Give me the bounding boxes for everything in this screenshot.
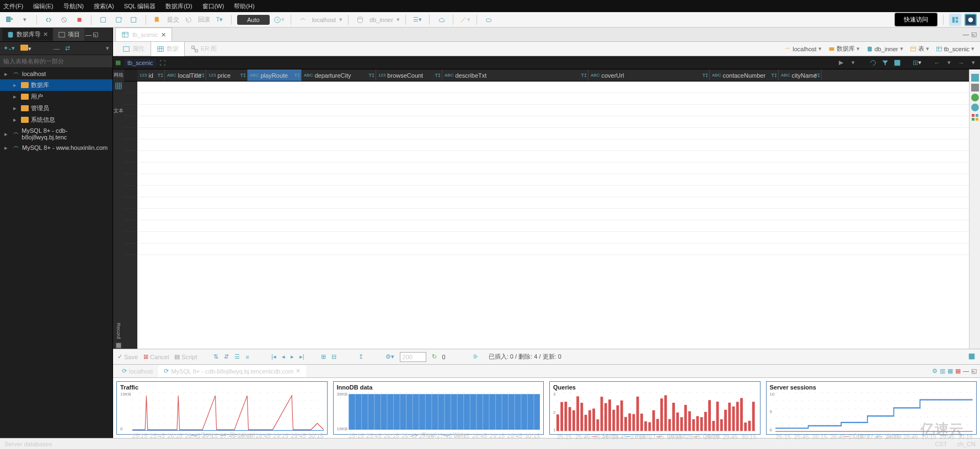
breadcrumb-item[interactable]: 表▾ — [908, 44, 931, 54]
panel-icon-2[interactable] — [971, 84, 979, 91]
restore-icon[interactable]: ◱ — [93, 31, 98, 38]
subtab-er[interactable]: ER 图 — [185, 41, 223, 56]
new-sql-button[interactable] — [3, 14, 15, 26]
menu-item[interactable]: 窗口(W) — [202, 2, 224, 10]
min-panel-icon[interactable]: — — [963, 367, 969, 375]
column-header[interactable]: 123browseCountT‡ — [376, 69, 442, 81]
stop-button[interactable] — [73, 14, 85, 26]
menu-item[interactable]: SQL 编辑器 — [124, 2, 156, 10]
column-header[interactable]: ABCcoverUrlT‡ — [588, 69, 710, 81]
column-header[interactable]: 123idT‡ — [137, 69, 165, 81]
minimize-editor[interactable]: — — [963, 31, 969, 38]
connect-button[interactable] — [42, 14, 55, 26]
sidebar-tab-db-nav[interactable]: 数据库导✕ — [2, 28, 52, 41]
cancel-button[interactable]: ⊠Cancel — [143, 353, 169, 360]
breadcrumb-item[interactable]: localhost▾ — [782, 44, 823, 53]
tree-item[interactable]: ▸系统信息 — [0, 114, 113, 126]
menu-item[interactable]: 编辑(E) — [33, 2, 53, 10]
panel-c-icon[interactable]: ▦ — [955, 367, 961, 375]
bottom-tab-mysql[interactable]: ⟳MySQL 8+ - cdb-b8oj8wyq.bj.tencentcdb.c… — [158, 365, 306, 377]
tree-item[interactable]: ▸MySQL 8+ - cdb-b8oj8wyq.bj.tenc — [0, 126, 113, 142]
new-conn-button[interactable]: ✦₊▾ — [3, 45, 15, 52]
column-header[interactable]: 123priceT‡ — [206, 69, 248, 81]
last-icon[interactable]: ▸| — [299, 353, 304, 360]
cloud-button[interactable] — [435, 14, 447, 26]
close-icon[interactable]: ✕ — [161, 31, 166, 39]
filter-input[interactable] — [3, 58, 109, 64]
eraser-button[interactable] — [483, 14, 495, 26]
host-label[interactable]: localhost — [312, 17, 336, 23]
panel-icon-5[interactable] — [971, 113, 979, 121]
rollback2-button[interactable] — [183, 14, 195, 26]
breadcrumb-item[interactable]: tb_scenic▾ — [934, 44, 977, 53]
limit-input[interactable] — [400, 352, 426, 362]
maximize-editor[interactable]: ◱ — [971, 31, 977, 38]
gear-icon[interactable]: ⚙ — [932, 367, 938, 375]
tree-item[interactable]: ▸用户 — [0, 91, 113, 102]
breadcrumb-item[interactable]: 数据库▾ — [826, 44, 862, 54]
panel-icon-4[interactable] — [971, 104, 979, 111]
panel-a-icon[interactable]: ▥ — [940, 367, 945, 375]
list-button[interactable]: ☰▾ — [411, 14, 424, 26]
panel-b-icon[interactable]: ▦ — [947, 367, 953, 375]
minimize-icon[interactable]: — — [85, 31, 92, 38]
disconnect-button[interactable] — [58, 14, 70, 26]
subtab-props[interactable]: 属性 — [116, 41, 151, 56]
column-header[interactable]: ABCdescribeTxtT‡ — [442, 69, 588, 81]
tree-item[interactable]: ▸管理员 — [0, 102, 113, 114]
sidebar-tab-project[interactable]: 项目 — [53, 28, 84, 41]
editor-tab-tb-scenic[interactable]: tb_scenic✕ — [115, 28, 172, 41]
expand-footer-icon[interactable] — [968, 353, 976, 361]
submit-button[interactable] — [152, 14, 164, 26]
menu-button[interactable]: ▾ — [106, 45, 109, 52]
tree-item[interactable]: ▸localhost — [0, 68, 113, 79]
save-icon[interactable] — [893, 58, 902, 67]
perspective-2[interactable] — [965, 14, 977, 26]
save-button[interactable]: ✓Save — [117, 353, 138, 360]
close-icon[interactable]: ✕ — [296, 367, 301, 375]
play-icon[interactable]: ▶ — [837, 58, 845, 67]
menu-item[interactable]: 搜索(A) — [94, 2, 114, 10]
add-row-icon[interactable]: ⊞ — [321, 353, 326, 360]
tree-item[interactable]: ▸数据库 — [0, 79, 113, 91]
del-row-icon[interactable]: ⊟ — [331, 353, 336, 360]
sidebar-filter[interactable] — [0, 55, 113, 67]
commit-button[interactable] — [97, 14, 109, 26]
collapse-button[interactable]: — — [53, 45, 60, 52]
next-icon[interactable]: → — [957, 58, 966, 67]
refresh-button[interactable]: ⇄ — [65, 45, 70, 52]
column-header[interactable]: ABClocalTitleT‡ — [165, 69, 206, 81]
prev-page-icon[interactable]: ◂ — [282, 353, 285, 360]
filter-icon[interactable] — [881, 58, 890, 67]
sort-2-icon[interactable]: ⇵ — [224, 353, 229, 360]
breadcrumb-item[interactable]: db_inner▾ — [864, 44, 906, 53]
script-button[interactable]: ▤Script — [174, 353, 197, 360]
panel-icon-1[interactable] — [971, 74, 979, 82]
prev-icon[interactable]: ← — [933, 58, 941, 67]
folder-button[interactable]: ▾ — [20, 45, 31, 52]
grid-rows[interactable] — [124, 82, 969, 349]
dropdown-1[interactable]: ▾ — [19, 14, 31, 26]
history-button[interactable]: ▾ — [273, 14, 285, 26]
settings-icon[interactable]: ⚙▾ — [385, 353, 394, 360]
first-icon[interactable]: |◂ — [271, 353, 276, 360]
expand-icon[interactable]: ⛶ — [159, 59, 165, 66]
reload-icon[interactable]: ↻ — [432, 353, 437, 360]
subtab-data[interactable]: 数据 — [151, 41, 185, 56]
column-header[interactable]: ABCcontaceNumberT‡ — [710, 69, 779, 81]
column-header[interactable]: ABCdepartureCityT‡ — [302, 69, 376, 81]
sort-1-icon[interactable]: ⇅ — [213, 353, 218, 360]
menu-item[interactable]: 导航(N) — [63, 2, 84, 10]
tree-item[interactable]: ▸MySQL 8+ - www.houxinlin.com — [0, 142, 113, 153]
rollback-button[interactable] — [113, 14, 125, 26]
bottom-tab-localhost[interactable]: ⟳localhost — [116, 365, 158, 377]
menu-item[interactable]: 帮助(H) — [234, 2, 254, 10]
sort-3-icon[interactable]: ☰ — [234, 353, 240, 360]
menu-item[interactable]: 文件(F) — [3, 2, 23, 10]
grid-icon[interactable]: ▾ — [913, 58, 922, 67]
tx-mode-button[interactable]: T▾ — [213, 14, 226, 26]
tx-button[interactable] — [128, 14, 140, 26]
auto-commit-pill[interactable]: Auto — [237, 15, 270, 25]
column-header[interactable]: ABCcityNameT‡ — [779, 69, 822, 81]
max-panel-icon[interactable]: ◱ — [971, 367, 977, 375]
